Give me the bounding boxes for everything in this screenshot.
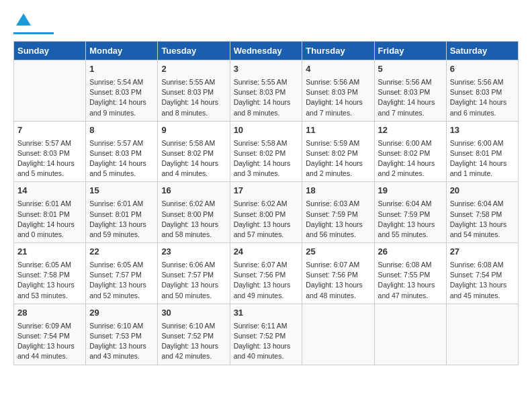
day-info: Sunrise: 6:02 AM — [161, 199, 226, 209]
day-number: 15 — [89, 185, 154, 197]
calendar-cell: 10Sunrise: 5:58 AMSunset: 8:02 PMDayligh… — [230, 121, 302, 182]
day-info: Sunrise: 6:08 AM — [378, 260, 443, 270]
header-sunday: Sunday — [14, 42, 86, 60]
day-info: Daylight: 13 hours — [161, 280, 226, 290]
day-info: Sunrise: 6:09 AM — [17, 321, 82, 331]
day-info: and 2 minutes. — [378, 169, 443, 179]
calendar-cell: 2Sunrise: 5:55 AMSunset: 8:03 PMDaylight… — [158, 60, 230, 122]
day-number: 12 — [378, 124, 443, 137]
day-info: Sunrise: 6:07 AM — [234, 260, 299, 270]
day-info: Sunset: 7:56 PM — [306, 270, 370, 280]
header-saturday: Saturday — [446, 42, 518, 60]
day-info: Daylight: 14 hours — [306, 158, 370, 169]
day-number: 27 — [450, 246, 515, 259]
day-info: Sunrise: 6:05 AM — [17, 260, 82, 270]
day-info: Sunrise: 6:02 AM — [234, 199, 299, 209]
day-info: and 49 minutes. — [234, 291, 299, 301]
day-info: Sunrise: 6:04 AM — [450, 199, 515, 209]
day-info: Daylight: 13 hours — [306, 220, 370, 230]
day-info: and 53 minutes. — [17, 291, 82, 301]
day-number: 23 — [161, 246, 226, 259]
calendar-cell — [14, 60, 86, 122]
day-info: Sunset: 8:03 PM — [378, 87, 443, 97]
day-number: 6 — [450, 63, 515, 76]
day-info: Daylight: 13 hours — [450, 220, 515, 230]
day-info: and 4 minutes. — [161, 169, 226, 179]
day-info: Daylight: 14 hours — [89, 158, 154, 169]
day-number: 14 — [17, 185, 82, 197]
day-info: and 55 minutes. — [378, 230, 443, 240]
calendar-cell: 15Sunrise: 6:01 AMSunset: 8:01 PMDayligh… — [86, 182, 158, 243]
day-info: Sunset: 8:02 PM — [378, 148, 443, 158]
day-info: Daylight: 14 hours — [234, 97, 299, 107]
week-row-4: 21Sunrise: 6:05 AMSunset: 7:58 PMDayligh… — [14, 243, 519, 304]
day-info: and 8 minutes. — [161, 108, 226, 118]
day-info: Daylight: 13 hours — [89, 220, 154, 230]
day-info: Sunset: 8:02 PM — [306, 148, 370, 158]
day-info: Daylight: 14 hours — [450, 158, 515, 169]
calendar-cell: 29Sunrise: 6:10 AMSunset: 7:53 PMDayligh… — [86, 304, 158, 365]
day-info: and 45 minutes. — [450, 291, 515, 301]
day-info: Sunset: 8:01 PM — [450, 148, 515, 158]
day-info: Daylight: 13 hours — [378, 220, 443, 230]
day-info: Daylight: 13 hours — [306, 280, 370, 290]
day-info: Sunrise: 5:59 AM — [306, 138, 370, 148]
day-info: Sunset: 7:59 PM — [306, 210, 370, 220]
day-number: 26 — [378, 246, 443, 259]
calendar-cell: 1Sunrise: 5:54 AMSunset: 8:03 PMDaylight… — [86, 60, 158, 122]
header-tuesday: Tuesday — [158, 42, 230, 60]
day-info: and 54 minutes. — [450, 230, 515, 240]
day-info: Sunset: 7:57 PM — [89, 270, 154, 280]
day-info: and 3 minutes. — [234, 169, 299, 179]
day-number: 11 — [306, 124, 370, 137]
day-info: Sunset: 7:57 PM — [161, 270, 226, 280]
day-info: and 5 minutes. — [89, 169, 154, 179]
calendar-cell: 28Sunrise: 6:09 AMSunset: 7:54 PMDayligh… — [14, 304, 86, 365]
day-info: Sunset: 8:03 PM — [89, 148, 154, 158]
day-info: Daylight: 13 hours — [234, 341, 299, 351]
day-number: 20 — [450, 185, 515, 197]
calendar-cell: 6Sunrise: 5:56 AMSunset: 8:03 PMDaylight… — [446, 60, 518, 122]
day-info: and 8 minutes. — [234, 108, 299, 118]
day-info: and 2 minutes. — [306, 169, 370, 179]
day-info: Sunrise: 6:05 AM — [89, 260, 154, 270]
day-number: 10 — [234, 124, 299, 137]
day-number: 5 — [378, 63, 443, 76]
day-info: Daylight: 14 hours — [306, 97, 370, 107]
day-info: and 56 minutes. — [306, 230, 370, 240]
calendar-cell: 16Sunrise: 6:02 AMSunset: 8:00 PMDayligh… — [158, 182, 230, 243]
day-number: 30 — [161, 307, 226, 320]
day-info: Daylight: 14 hours — [378, 158, 443, 169]
day-info: Sunset: 7:55 PM — [378, 270, 443, 280]
day-info: and 1 minute. — [450, 169, 515, 179]
calendar-cell: 24Sunrise: 6:07 AMSunset: 7:56 PMDayligh… — [230, 243, 302, 304]
day-info: Sunset: 7:52 PM — [161, 331, 226, 341]
day-info: and 40 minutes. — [234, 351, 299, 361]
calendar-cell: 23Sunrise: 6:06 AMSunset: 7:57 PMDayligh… — [158, 243, 230, 304]
day-info: Daylight: 13 hours — [89, 280, 154, 290]
calendar-cell: 19Sunrise: 6:04 AMSunset: 7:59 PMDayligh… — [374, 182, 446, 243]
header-monday: Monday — [86, 42, 158, 60]
week-row-2: 7Sunrise: 5:57 AMSunset: 8:03 PMDaylight… — [14, 121, 519, 182]
calendar-cell: 3Sunrise: 5:55 AMSunset: 8:03 PMDaylight… — [230, 60, 302, 122]
day-info: and 43 minutes. — [89, 351, 154, 361]
day-number: 17 — [234, 185, 299, 197]
week-row-5: 28Sunrise: 6:09 AMSunset: 7:54 PMDayligh… — [14, 304, 519, 365]
day-info: Sunset: 8:03 PM — [161, 87, 226, 97]
day-info: and 52 minutes. — [89, 291, 154, 301]
day-info: Sunrise: 5:56 AM — [306, 77, 370, 87]
day-info: Daylight: 14 hours — [234, 158, 299, 169]
day-number: 16 — [161, 185, 226, 197]
day-info: Sunset: 8:03 PM — [89, 87, 154, 97]
day-info: Daylight: 14 hours — [161, 97, 226, 107]
calendar-cell: 21Sunrise: 6:05 AMSunset: 7:58 PMDayligh… — [14, 243, 86, 304]
logo — [13, 13, 54, 34]
day-info: Daylight: 14 hours — [17, 158, 82, 169]
calendar-cell: 17Sunrise: 6:02 AMSunset: 8:00 PMDayligh… — [230, 182, 302, 243]
week-row-1: 1Sunrise: 5:54 AMSunset: 8:03 PMDaylight… — [14, 60, 519, 122]
day-info: Sunrise: 5:58 AM — [234, 138, 299, 148]
day-info: Sunrise: 5:55 AM — [161, 77, 226, 87]
day-info: Sunrise: 6:07 AM — [306, 260, 370, 270]
day-number: 7 — [17, 124, 82, 137]
calendar-cell: 14Sunrise: 6:01 AMSunset: 8:01 PMDayligh… — [14, 182, 86, 243]
